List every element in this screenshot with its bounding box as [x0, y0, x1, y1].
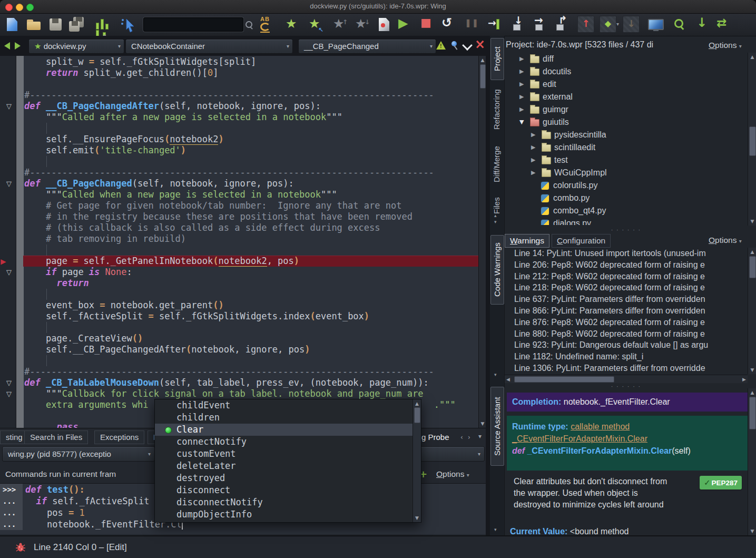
sync-button[interactable]: ⇄	[716, 16, 733, 32]
tree-item-combo.py[interactable]: combo.py	[505, 192, 747, 204]
completion-item[interactable]: children	[155, 412, 421, 424]
scroll-down-icon[interactable]: ▼	[413, 515, 421, 521]
autocomplete-popup[interactable]: childEventchildrenClearconnectNotifycust…	[154, 399, 421, 523]
code-line[interactable]: return split_w.get_children()[0]	[0, 67, 478, 79]
tab-search-in-files[interactable]: Search in Files	[24, 430, 88, 444]
nav-forward-button[interactable]	[15, 42, 21, 50]
scroll-right-icon[interactable]: ▶	[742, 377, 746, 382]
search-options-button[interactable]: AB	[260, 16, 277, 32]
panel-divider[interactable]	[486, 36, 490, 535]
goto-definition-button[interactable]: ↓	[696, 15, 713, 31]
warning-item[interactable]: Line 212: Pep8: W602 deprecated form of …	[505, 271, 747, 282]
debug-console-button[interactable]	[647, 17, 664, 33]
code-line[interactable]	[0, 322, 478, 333]
warning-item[interactable]: Line 206: Pep8: W602 deprecated form of …	[505, 259, 747, 271]
tabs-scroll-down-icon[interactable]: ▾	[494, 219, 497, 224]
popup-vscrollbar[interactable]: ▲ ▼	[413, 399, 421, 522]
tabs-scroll-down-icon[interactable]: ▾	[494, 372, 497, 377]
debug-stop-button[interactable]: ■	[420, 16, 437, 32]
debug-process-dropdown[interactable]: wing.py (pid 85777) (exceptio ▾	[2, 446, 155, 462]
fold-icon[interactable]: ▽	[6, 377, 12, 388]
tree-item-guimgr[interactable]: ▶guimgr	[505, 103, 747, 116]
tabs-scroll-up-icon[interactable]: ▴	[494, 213, 497, 218]
tab-files[interactable]: Files	[490, 192, 503, 219]
tree-item-dialogs.py[interactable]: dialogs.py	[505, 217, 747, 225]
expand-icon[interactable]: ▶	[531, 129, 535, 141]
fold-icon[interactable]: ▽	[6, 267, 12, 278]
warning-item[interactable]: Line 637: PyLint: Parameters differ from…	[505, 293, 747, 305]
editor-vscroll-thumb[interactable]	[480, 64, 486, 89]
bookmark-goto-button[interactable]: ★↖	[309, 17, 326, 33]
panel-divider-grip[interactable]: · · · · · ·	[505, 384, 748, 389]
bookmark-next-button[interactable]: ★↓	[355, 17, 372, 33]
run-to-cursor-button[interactable]	[376, 17, 393, 33]
tree-item-external[interactable]: ▶external	[505, 91, 747, 103]
fold-icon[interactable]: ▽	[6, 388, 12, 399]
tree-item-WGuiCppImpl[interactable]: ▶WGuiCppImpl	[505, 167, 747, 179]
code-line[interactable]: ▽ """Callback for click signal on a tab …	[0, 388, 478, 399]
expand-icon[interactable]: ▶	[519, 91, 524, 103]
bookmark-set-button[interactable]: ★	[286, 17, 302, 33]
completion-item[interactable]: disconnect	[155, 484, 421, 496]
assistant-vscroll-thumb[interactable]	[749, 397, 756, 429]
warning-item[interactable]: Line 1306: PyLint: Parameters differ fro…	[505, 363, 747, 374]
file-dropdown[interactable]: ★ dockview.py ▾	[28, 39, 124, 54]
code-line[interactable]: # (this callback is also called as a sid…	[0, 222, 478, 233]
warning-item[interactable]: Line 1182: Undefined name: split_i	[505, 351, 747, 363]
scroll-down-icon[interactable]: ▼	[748, 367, 756, 373]
debug-restart-button[interactable]: ↺	[441, 15, 458, 31]
bookmark-prev-button[interactable]: ★↑	[333, 17, 350, 33]
code-line[interactable]: ▽def __CB_PageChanged(self, notebook, ig…	[0, 178, 478, 189]
popup-vscroll-thumb[interactable]	[414, 407, 420, 423]
tree-item-test[interactable]: ▶test	[505, 154, 747, 167]
code-line[interactable]: split_w = self._fGtkSplitWidgets[split]	[0, 56, 478, 67]
warning-item[interactable]: Line 866: PyLint: Parameters differ from…	[505, 305, 747, 317]
step-over-statement-button[interactable]: ↓	[511, 16, 528, 32]
code-line[interactable]: ▽ if page is None:	[0, 267, 478, 278]
warning-item[interactable]: Line 876: Pep8: W602 deprecated form of …	[505, 317, 747, 328]
code-line[interactable]	[0, 79, 478, 90]
close-icon[interactable]: ×	[475, 37, 485, 52]
profile-button[interactable]: ▾	[96, 19, 113, 35]
expand-icon[interactable]: ▶	[519, 103, 524, 116]
open-file-button[interactable]	[25, 17, 42, 33]
runtime-type-link[interactable]: callable method	[571, 422, 630, 431]
fold-icon[interactable]: ▽	[6, 101, 12, 112]
expand-icon[interactable]: ▶	[519, 78, 524, 91]
code-line[interactable]: self.__EnsurePageFocus(notebook2)	[0, 134, 478, 145]
debug-pause-button[interactable]: ❚❚	[465, 18, 482, 34]
completion-item[interactable]: destroyed	[155, 472, 421, 484]
code-line[interactable]	[0, 355, 478, 366]
code-line[interactable]: # Get page for given notebook/tab number…	[0, 200, 478, 211]
class-dropdown[interactable]: CNotebookContainer ▾	[125, 39, 293, 54]
fold-icon[interactable]: ▽	[6, 178, 12, 189]
code-line[interactable]: #---------------------------------------…	[0, 167, 478, 178]
code-line[interactable]: # in the registry because these are posi…	[0, 211, 478, 222]
tab-scroll-left-icon[interactable]: ‹	[460, 434, 463, 441]
collapse-icon[interactable]: ▼	[519, 116, 524, 129]
tree-item-diff[interactable]: ▶diff	[505, 53, 747, 65]
code-line[interactable]: self._fActiveSplit = self._fGtkSplitWidg…	[0, 311, 478, 322]
probe-options-button[interactable]: Options ▾	[436, 469, 469, 479]
assistant-vscrollbar[interactable]: ▲ ▼	[748, 388, 756, 535]
completion-item[interactable]: deleteLater	[155, 460, 421, 472]
tab-code-warnings[interactable]: Code Warnings	[490, 235, 504, 305]
tab-diff-merge[interactable]: Diff/Merge	[490, 139, 503, 190]
warnings-hscroll-thumb[interactable]	[514, 376, 614, 383]
warning-item[interactable]: Line 880: Pep8: W602 deprecated form of …	[505, 328, 747, 340]
scroll-down-icon[interactable]: ▼	[748, 528, 756, 534]
step-over-button[interactable]: →	[533, 16, 550, 32]
code-line[interactable]: event_box = notebook.get_parent()	[0, 300, 478, 311]
select-tool-button[interactable]	[120, 17, 137, 33]
code-line[interactable]: ▽def __CB_PageChangedAfter(self, noteboo…	[0, 101, 478, 112]
scroll-down-icon[interactable]: ▼	[479, 421, 486, 426]
project-vscrollbar[interactable]: ▲ ▼	[748, 53, 756, 226]
tree-item-edit[interactable]: ▶edit	[505, 78, 747, 91]
scroll-up-icon[interactable]: ▲	[479, 57, 486, 63]
code-line[interactable]: page._CreateView()	[0, 333, 478, 344]
toolbar-search-input[interactable]	[143, 17, 243, 32]
tree-item-docutils[interactable]: ▶docutils	[505, 65, 747, 78]
panel-caret-icon[interactable]: ▾	[478, 433, 482, 440]
tree-item-guiutils[interactable]: ▼guiutils	[505, 116, 747, 129]
expand-icon[interactable]: ▶	[519, 53, 524, 65]
